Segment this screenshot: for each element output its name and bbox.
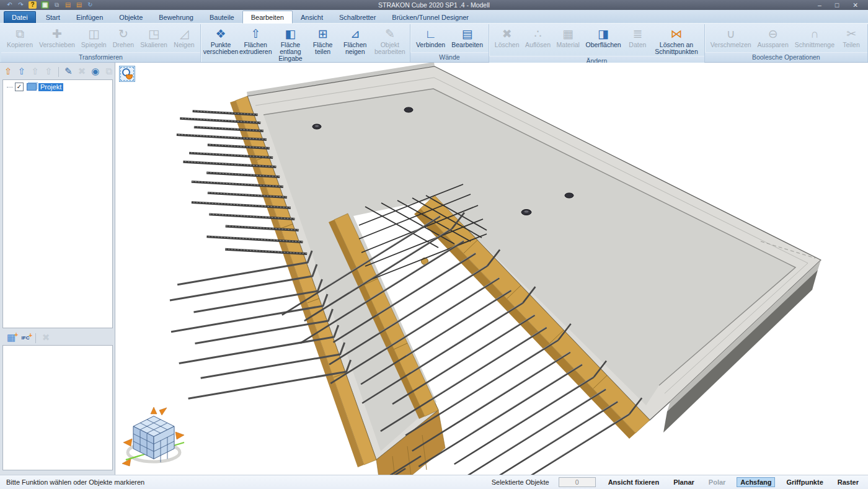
subtract-icon: ⊖ (768, 26, 778, 42)
help-icon[interactable]: ? (29, 1, 37, 9)
delete-node-icon[interactable]: ✖ (76, 66, 88, 78)
punkte-verschieben-button[interactable]: ❖Punkte verschieben (204, 25, 237, 56)
rotate-icon: ↻ (118, 26, 128, 42)
dissolve-icon: ∴ (534, 26, 541, 42)
material-button: ▦Material (554, 25, 582, 49)
project-tree-panel[interactable]: ✓ Projekt (2, 79, 113, 328)
paste-icon[interactable]: ▤ (64, 1, 71, 9)
button-label: Flächen neigen (341, 42, 370, 55)
edit-pen-icon[interactable]: ✎ (63, 66, 74, 78)
toggle-griffpunkte[interactable]: Griffpunkte (783, 477, 826, 487)
restore-button[interactable]: □ (835, 1, 839, 9)
tree-branch-line (7, 87, 13, 87)
intersect-icon: ∩ (810, 26, 819, 42)
add-reference-icon[interactable]: ▦+ (5, 332, 17, 344)
löschen-an-schnittpunkten-button[interactable]: ⋈Löschen an Schnittpunkten (652, 25, 701, 56)
connect-walls-icon: ∟ (425, 26, 436, 42)
tree-node-projekt[interactable]: ✓ Projekt (3, 80, 112, 91)
add-ifc-icon[interactable]: IFC+ (19, 332, 32, 344)
reference-list-panel[interactable] (2, 345, 113, 470)
spiegeln-button: ◫Spiegeln (79, 25, 109, 49)
bearbeiten-button[interactable]: ▤Bearbeiten (449, 25, 485, 49)
button-label: Aussparen (758, 42, 789, 48)
copy-icon[interactable]: ⧉ (53, 1, 60, 9)
split-face-icon: ⊞ (318, 26, 328, 42)
group-label-wände: Wände (410, 52, 489, 62)
visibility-stack-icon[interactable]: ◉ (89, 66, 101, 78)
project-node-icon (27, 83, 37, 91)
button-label: Punkte verschieben (203, 42, 239, 55)
toggle-achsfang[interactable]: Achsfang (737, 477, 775, 487)
fläche-entlang-eingabe-button[interactable]: ◧Fläche entlang Eingabe (273, 25, 307, 63)
tree-node-label[interactable]: Projekt (38, 83, 63, 91)
daten-button: ≣Daten (624, 25, 650, 49)
tab-schalbretter[interactable]: Schalbretter (331, 11, 384, 23)
verschieben-button: ✚Verschieben (37, 25, 78, 49)
project-sidebar: ⇧⇧⇧⇧✎✖◉⧉ ✓ Projekt ▦+IFC+✖ (0, 63, 115, 475)
button-label: Kopieren (7, 42, 33, 48)
model-viewport[interactable] (116, 63, 868, 475)
redo-icon[interactable]: ↷ (17, 1, 24, 9)
extrude-faces-icon: ⇧ (250, 26, 260, 42)
toggle-polar[interactable]: Polar (706, 477, 729, 487)
button-label: Drehen (113, 42, 134, 48)
ribbon-group-ändern: ✖Löschen∴Auflösen▦Material◨Oberflächen≣D… (489, 24, 705, 62)
tab-start[interactable]: Start (38, 11, 68, 23)
toggle-raster[interactable]: Raster (835, 477, 862, 487)
button-label: Oberflächen (585, 42, 621, 48)
button-label: Teilen (843, 42, 859, 48)
status-bar: Bitte Funktion wählen oder Objekte marki… (0, 475, 868, 489)
toggle-ansicht-fixieren[interactable]: Ansicht fixieren (605, 477, 663, 487)
insert-project-icon[interactable]: ⇧ (2, 66, 14, 78)
auflösen-button: ∴Auflösen (523, 25, 552, 49)
snap-toggles: Ansicht fixierenPlanarPolarAchsfangGriff… (605, 477, 862, 487)
tilt-faces-icon: ⊿ (350, 26, 360, 42)
verbinden-button[interactable]: ∟Verbinden (414, 25, 448, 49)
delete-at-intersections-icon: ⋈ (671, 26, 683, 42)
undo-icon[interactable]: ↶ (6, 1, 13, 9)
button-label: Verbinden (416, 42, 445, 48)
capture-icon[interactable]: ▣ (41, 1, 49, 9)
oberflächen-button[interactable]: ◨Oberflächen (583, 25, 624, 49)
visibility-overlay-button[interactable] (119, 66, 135, 82)
move-top-disabled-icon[interactable]: ⇧ (43, 66, 55, 78)
tree-node-checkbox[interactable]: ✓ (15, 83, 24, 91)
ribbon-group-modellieren: ❖Punkte verschieben⇧Flächen extrudieren◧… (201, 24, 410, 62)
scale-icon: ◳ (148, 26, 159, 42)
move-up-disabled-icon[interactable]: ⇧ (30, 66, 42, 78)
toggle-planar[interactable]: Planar (670, 477, 698, 487)
flächen-extrudieren-button[interactable]: ⇧Flächen extrudieren (239, 25, 272, 56)
tab-bewehrung[interactable]: Bewehrung (151, 11, 202, 23)
move-up-icon[interactable]: ⇧ (16, 66, 28, 78)
copy-icon: ⧉ (16, 26, 24, 42)
model-3d-view[interactable] (116, 63, 868, 475)
toolbar-separator (35, 333, 36, 343)
minimize-button[interactable]: – (818, 1, 822, 9)
refresh-icon[interactable]: ↻ (87, 1, 94, 9)
layers-icon[interactable]: ⧉ (103, 66, 115, 78)
tab-ansicht[interactable]: Ansicht (293, 11, 331, 23)
tab-objekte[interactable]: Objekte (111, 11, 151, 23)
slab-model[interactable] (230, 63, 821, 475)
navigation-cube[interactable] (122, 407, 184, 466)
flächen-neigen-button[interactable]: ⊿Flächen neigen (339, 25, 372, 56)
close-button[interactable]: ✕ (852, 1, 858, 9)
fläche-teilen-button[interactable]: ⊞Fläche teilen (309, 25, 337, 56)
paste-special-icon[interactable]: ▤ (76, 1, 82, 9)
toolbar-separator (58, 67, 59, 77)
application-window: ↶↷?▣⧉▤▤↻ STRAKON Cube 2020 SP1 .4 - Mode… (0, 0, 868, 489)
tab-bearbeiten[interactable]: Bearbeiten (242, 11, 293, 24)
button-label: Fläche teilen (311, 42, 335, 55)
aussparen-button: ⊖Aussparen (755, 25, 791, 49)
button-label: Material (557, 42, 580, 48)
edit-walls-icon: ▤ (462, 26, 473, 42)
tilt-icon: ◿ (180, 26, 189, 42)
remove-icon[interactable]: ✖ (40, 332, 52, 344)
tab-datei[interactable]: Datei (4, 11, 36, 23)
reference-toolbar: ▦+IFC+✖ (2, 329, 113, 345)
skalieren-button: ◳Skalieren (138, 25, 170, 49)
tab-brücken-tunnel-designer[interactable]: Brücken/Tunnel Designer (384, 11, 477, 23)
delete-icon: ✖ (502, 26, 512, 42)
tab-bauteile[interactable]: Bauteile (202, 11, 242, 23)
tab-einfügen[interactable]: Einfügen (68, 11, 111, 23)
